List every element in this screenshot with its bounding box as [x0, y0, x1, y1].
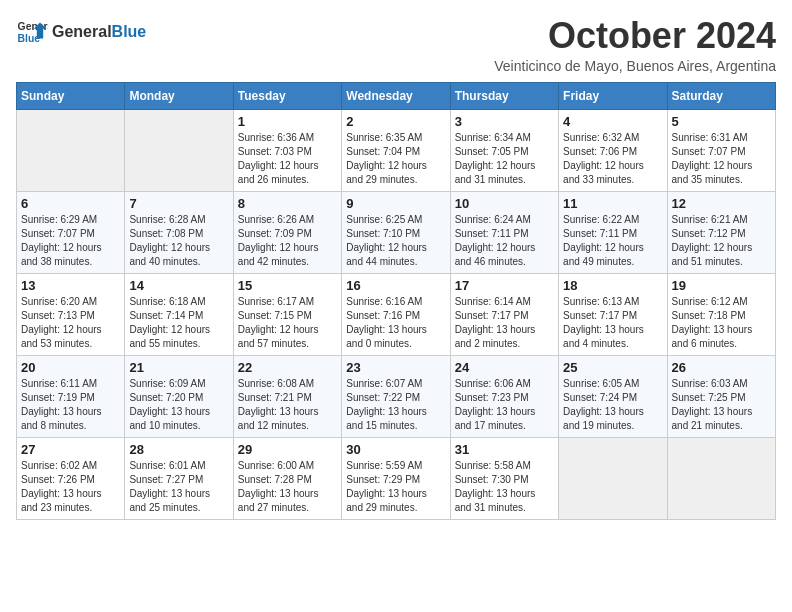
day-number: 8: [238, 196, 337, 211]
day-of-week-header: Sunday: [17, 82, 125, 109]
calendar-week-row: 20Sunrise: 6:11 AMSunset: 7:19 PMDayligh…: [17, 355, 776, 437]
day-info: Sunrise: 6:20 AMSunset: 7:13 PMDaylight:…: [21, 295, 120, 351]
calendar-day-cell: 31Sunrise: 5:58 AMSunset: 7:30 PMDayligh…: [450, 437, 558, 519]
day-number: 9: [346, 196, 445, 211]
calendar-day-cell: 13Sunrise: 6:20 AMSunset: 7:13 PMDayligh…: [17, 273, 125, 355]
calendar-day-cell: 14Sunrise: 6:18 AMSunset: 7:14 PMDayligh…: [125, 273, 233, 355]
day-info: Sunrise: 6:12 AMSunset: 7:18 PMDaylight:…: [672, 295, 771, 351]
day-of-week-header: Saturday: [667, 82, 775, 109]
day-number: 23: [346, 360, 445, 375]
day-number: 18: [563, 278, 662, 293]
day-info: Sunrise: 6:35 AMSunset: 7:04 PMDaylight:…: [346, 131, 445, 187]
day-number: 11: [563, 196, 662, 211]
day-number: 13: [21, 278, 120, 293]
calendar-day-cell: 15Sunrise: 6:17 AMSunset: 7:15 PMDayligh…: [233, 273, 341, 355]
day-number: 3: [455, 114, 554, 129]
day-of-week-header: Monday: [125, 82, 233, 109]
calendar-week-row: 13Sunrise: 6:20 AMSunset: 7:13 PMDayligh…: [17, 273, 776, 355]
day-info: Sunrise: 6:26 AMSunset: 7:09 PMDaylight:…: [238, 213, 337, 269]
calendar-day-cell: 11Sunrise: 6:22 AMSunset: 7:11 PMDayligh…: [559, 191, 667, 273]
calendar-day-cell: 8Sunrise: 6:26 AMSunset: 7:09 PMDaylight…: [233, 191, 341, 273]
calendar-header: SundayMondayTuesdayWednesdayThursdayFrid…: [17, 82, 776, 109]
month-title: October 2024: [494, 16, 776, 56]
logo-icon: General Blue: [16, 16, 48, 48]
days-of-week-row: SundayMondayTuesdayWednesdayThursdayFrid…: [17, 82, 776, 109]
calendar-body: 1Sunrise: 6:36 AMSunset: 7:03 PMDaylight…: [17, 109, 776, 519]
day-number: 19: [672, 278, 771, 293]
calendar-day-cell: 27Sunrise: 6:02 AMSunset: 7:26 PMDayligh…: [17, 437, 125, 519]
day-info: Sunrise: 6:22 AMSunset: 7:11 PMDaylight:…: [563, 213, 662, 269]
calendar-day-cell: [559, 437, 667, 519]
day-number: 29: [238, 442, 337, 457]
day-info: Sunrise: 6:31 AMSunset: 7:07 PMDaylight:…: [672, 131, 771, 187]
day-number: 31: [455, 442, 554, 457]
day-info: Sunrise: 6:29 AMSunset: 7:07 PMDaylight:…: [21, 213, 120, 269]
day-number: 12: [672, 196, 771, 211]
day-number: 17: [455, 278, 554, 293]
day-info: Sunrise: 6:06 AMSunset: 7:23 PMDaylight:…: [455, 377, 554, 433]
day-number: 1: [238, 114, 337, 129]
calendar-day-cell: 3Sunrise: 6:34 AMSunset: 7:05 PMDaylight…: [450, 109, 558, 191]
day-number: 2: [346, 114, 445, 129]
calendar-day-cell: 25Sunrise: 6:05 AMSunset: 7:24 PMDayligh…: [559, 355, 667, 437]
calendar-day-cell: [17, 109, 125, 191]
calendar-day-cell: 29Sunrise: 6:00 AMSunset: 7:28 PMDayligh…: [233, 437, 341, 519]
day-info: Sunrise: 6:14 AMSunset: 7:17 PMDaylight:…: [455, 295, 554, 351]
calendar-day-cell: 5Sunrise: 6:31 AMSunset: 7:07 PMDaylight…: [667, 109, 775, 191]
calendar-day-cell: 21Sunrise: 6:09 AMSunset: 7:20 PMDayligh…: [125, 355, 233, 437]
day-info: Sunrise: 6:24 AMSunset: 7:11 PMDaylight:…: [455, 213, 554, 269]
calendar-week-row: 6Sunrise: 6:29 AMSunset: 7:07 PMDaylight…: [17, 191, 776, 273]
day-number: 24: [455, 360, 554, 375]
logo-text: GeneralBlue: [52, 23, 146, 41]
day-number: 5: [672, 114, 771, 129]
day-number: 25: [563, 360, 662, 375]
calendar-day-cell: 16Sunrise: 6:16 AMSunset: 7:16 PMDayligh…: [342, 273, 450, 355]
calendar-day-cell: 12Sunrise: 6:21 AMSunset: 7:12 PMDayligh…: [667, 191, 775, 273]
calendar-day-cell: 6Sunrise: 6:29 AMSunset: 7:07 PMDaylight…: [17, 191, 125, 273]
calendar-day-cell: 4Sunrise: 6:32 AMSunset: 7:06 PMDaylight…: [559, 109, 667, 191]
day-number: 4: [563, 114, 662, 129]
calendar-day-cell: 20Sunrise: 6:11 AMSunset: 7:19 PMDayligh…: [17, 355, 125, 437]
day-of-week-header: Thursday: [450, 82, 558, 109]
day-info: Sunrise: 6:21 AMSunset: 7:12 PMDaylight:…: [672, 213, 771, 269]
day-of-week-header: Wednesday: [342, 82, 450, 109]
calendar-day-cell: 9Sunrise: 6:25 AMSunset: 7:10 PMDaylight…: [342, 191, 450, 273]
day-number: 21: [129, 360, 228, 375]
calendar-day-cell: 18Sunrise: 6:13 AMSunset: 7:17 PMDayligh…: [559, 273, 667, 355]
calendar-day-cell: 1Sunrise: 6:36 AMSunset: 7:03 PMDaylight…: [233, 109, 341, 191]
header: General Blue GeneralBlue October 2024 Ve…: [16, 16, 776, 74]
calendar-day-cell: 23Sunrise: 6:07 AMSunset: 7:22 PMDayligh…: [342, 355, 450, 437]
calendar-week-row: 27Sunrise: 6:02 AMSunset: 7:26 PMDayligh…: [17, 437, 776, 519]
calendar-day-cell: 28Sunrise: 6:01 AMSunset: 7:27 PMDayligh…: [125, 437, 233, 519]
day-info: Sunrise: 6:25 AMSunset: 7:10 PMDaylight:…: [346, 213, 445, 269]
calendar-day-cell: 7Sunrise: 6:28 AMSunset: 7:08 PMDaylight…: [125, 191, 233, 273]
calendar-day-cell: [667, 437, 775, 519]
calendar-day-cell: 30Sunrise: 5:59 AMSunset: 7:29 PMDayligh…: [342, 437, 450, 519]
calendar-table: SundayMondayTuesdayWednesdayThursdayFrid…: [16, 82, 776, 520]
calendar-day-cell: 22Sunrise: 6:08 AMSunset: 7:21 PMDayligh…: [233, 355, 341, 437]
day-info: Sunrise: 6:17 AMSunset: 7:15 PMDaylight:…: [238, 295, 337, 351]
day-info: Sunrise: 6:18 AMSunset: 7:14 PMDaylight:…: [129, 295, 228, 351]
day-info: Sunrise: 5:59 AMSunset: 7:29 PMDaylight:…: [346, 459, 445, 515]
day-info: Sunrise: 6:00 AMSunset: 7:28 PMDaylight:…: [238, 459, 337, 515]
calendar-day-cell: 24Sunrise: 6:06 AMSunset: 7:23 PMDayligh…: [450, 355, 558, 437]
calendar-day-cell: 10Sunrise: 6:24 AMSunset: 7:11 PMDayligh…: [450, 191, 558, 273]
day-info: Sunrise: 6:36 AMSunset: 7:03 PMDaylight:…: [238, 131, 337, 187]
logo: General Blue GeneralBlue: [16, 16, 146, 48]
day-number: 6: [21, 196, 120, 211]
day-info: Sunrise: 6:34 AMSunset: 7:05 PMDaylight:…: [455, 131, 554, 187]
location-subtitle: Veinticinco de Mayo, Buenos Aires, Argen…: [494, 58, 776, 74]
title-area: October 2024 Veinticinco de Mayo, Buenos…: [494, 16, 776, 74]
calendar-day-cell: 19Sunrise: 6:12 AMSunset: 7:18 PMDayligh…: [667, 273, 775, 355]
calendar-day-cell: 26Sunrise: 6:03 AMSunset: 7:25 PMDayligh…: [667, 355, 775, 437]
day-info: Sunrise: 6:32 AMSunset: 7:06 PMDaylight:…: [563, 131, 662, 187]
calendar-day-cell: 2Sunrise: 6:35 AMSunset: 7:04 PMDaylight…: [342, 109, 450, 191]
day-number: 26: [672, 360, 771, 375]
calendar-day-cell: [125, 109, 233, 191]
day-info: Sunrise: 6:11 AMSunset: 7:19 PMDaylight:…: [21, 377, 120, 433]
day-info: Sunrise: 6:01 AMSunset: 7:27 PMDaylight:…: [129, 459, 228, 515]
day-info: Sunrise: 6:07 AMSunset: 7:22 PMDaylight:…: [346, 377, 445, 433]
day-info: Sunrise: 6:13 AMSunset: 7:17 PMDaylight:…: [563, 295, 662, 351]
day-of-week-header: Friday: [559, 82, 667, 109]
day-number: 27: [21, 442, 120, 457]
